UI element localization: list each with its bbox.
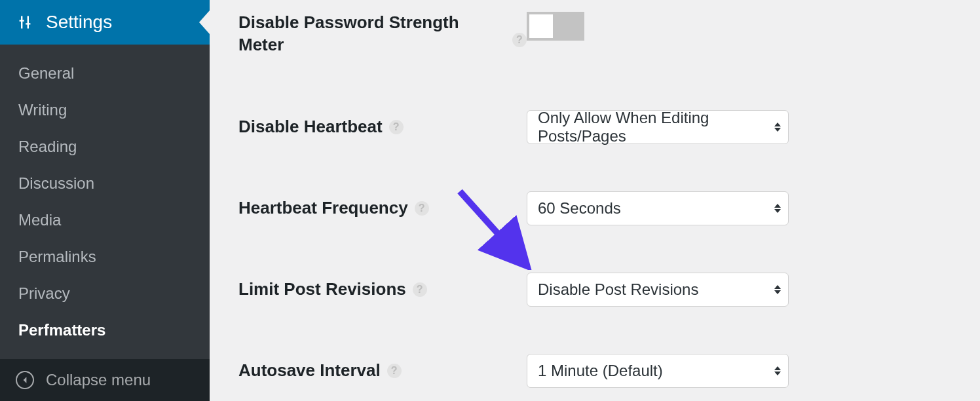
sidebar-item-privacy[interactable]: Privacy bbox=[0, 275, 210, 312]
sidebar-item-writing[interactable]: Writing bbox=[0, 92, 210, 128]
frequency-select[interactable]: 60 Seconds bbox=[527, 191, 789, 225]
password-meter-toggle[interactable] bbox=[527, 12, 584, 41]
sidebar-item-perfmatters[interactable]: Perfmatters bbox=[0, 312, 210, 349]
revisions-select[interactable]: Disable Post Revisions bbox=[527, 273, 789, 307]
sidebar-item-permalinks[interactable]: Permalinks bbox=[0, 239, 210, 275]
setting-row-heartbeat: Disable Heartbeat ? Only Allow When Edit… bbox=[238, 110, 954, 144]
sidebar-item-reading[interactable]: Reading bbox=[0, 128, 210, 165]
admin-sidebar: Settings General Writing Reading Discuss… bbox=[0, 0, 210, 401]
help-icon[interactable]: ? bbox=[413, 282, 427, 297]
sidebar-item-discussion[interactable]: Discussion bbox=[0, 165, 210, 202]
setting-label: Autosave Interval ? bbox=[238, 360, 527, 381]
sidebar-section-label: Settings bbox=[46, 12, 112, 33]
setting-label: Disable Password Strength Meter ? bbox=[238, 12, 527, 56]
toggle-knob bbox=[529, 14, 553, 38]
help-icon[interactable]: ? bbox=[387, 364, 402, 378]
help-icon[interactable]: ? bbox=[389, 120, 404, 134]
collapse-menu-button[interactable]: Collapse menu bbox=[0, 359, 210, 401]
setting-row-password-meter: Disable Password Strength Meter ? bbox=[238, 12, 954, 56]
help-icon[interactable]: ? bbox=[415, 201, 429, 216]
sliders-icon bbox=[16, 13, 34, 31]
sidebar-item-media[interactable]: Media bbox=[0, 202, 210, 239]
setting-row-autosave: Autosave Interval ? 1 Minute (Default) bbox=[238, 354, 954, 388]
collapse-menu-label: Collapse menu bbox=[46, 371, 151, 389]
setting-label: Heartbeat Frequency ? bbox=[238, 198, 527, 218]
active-section-pointer bbox=[199, 10, 210, 34]
settings-submenu: General Writing Reading Discussion Media… bbox=[0, 45, 210, 359]
sidebar-item-general[interactable]: General bbox=[0, 55, 210, 92]
setting-label: Disable Heartbeat ? bbox=[238, 117, 527, 137]
collapse-icon bbox=[16, 371, 34, 389]
settings-panel: Disable Password Strength Meter ? Disabl… bbox=[210, 0, 980, 401]
heartbeat-select[interactable]: Only Allow When Editing Posts/Pages bbox=[527, 110, 789, 144]
help-icon[interactable]: ? bbox=[512, 33, 527, 47]
autosave-select[interactable]: 1 Minute (Default) bbox=[527, 354, 789, 388]
sidebar-section-settings[interactable]: Settings bbox=[0, 0, 210, 45]
setting-row-frequency: Heartbeat Frequency ? 60 Seconds bbox=[238, 191, 954, 225]
setting-row-revisions: Limit Post Revisions ? Disable Post Revi… bbox=[238, 273, 954, 307]
setting-label: Limit Post Revisions ? bbox=[238, 279, 527, 299]
